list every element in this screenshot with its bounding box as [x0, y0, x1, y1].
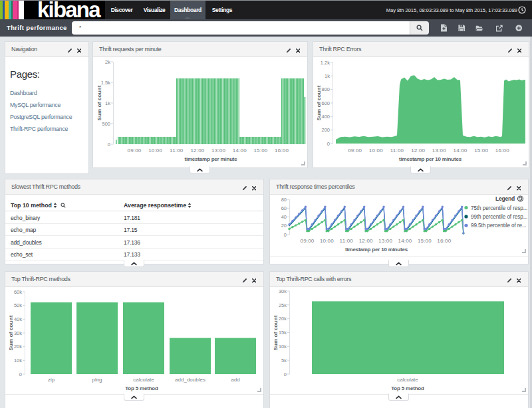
svg-text:0: 0 [284, 232, 287, 238]
svg-text:calculate: calculate [397, 377, 418, 383]
svg-text:20: 20 [281, 223, 287, 229]
svg-text:11:00: 11:00 [390, 148, 404, 153]
svg-text:09:00: 09:00 [348, 148, 362, 153]
svg-text:zip: zip [48, 377, 55, 383]
svg-text:10k: 10k [279, 344, 287, 350]
svg-text:Top 5 method: Top 5 method [125, 385, 158, 391]
svg-text:40k: 40k [14, 316, 22, 322]
svg-text:20k: 20k [279, 316, 287, 322]
svg-text:2k: 2k [105, 59, 110, 65]
svg-text:0: 0 [108, 142, 110, 148]
svg-text:10k: 10k [14, 357, 22, 363]
svg-text:ping: ping [92, 377, 102, 383]
svg-text:11:00: 11:00 [340, 238, 354, 244]
svg-text:calculate: calculate [133, 377, 154, 383]
svg-text:15:00: 15:00 [418, 238, 432, 244]
svg-text:timestamp per 10 minutes: timestamp per 10 minutes [345, 247, 408, 253]
svg-text:40: 40 [281, 214, 287, 220]
svg-text:timestamp per 10 minutes: timestamp per 10 minutes [399, 156, 462, 162]
svg-text:14:00: 14:00 [398, 238, 412, 244]
svg-text:Legend: Legend [495, 195, 515, 202]
svg-text:30k: 30k [279, 288, 287, 294]
svg-text:10:00: 10:00 [148, 148, 162, 153]
svg-text:800: 800 [321, 86, 330, 92]
svg-text:0: 0 [284, 371, 287, 377]
svg-text:timestamp per minute: timestamp per minute [184, 156, 237, 162]
svg-text:1.2k: 1.2k [321, 60, 330, 66]
svg-text:add_doubles: add_doubles [175, 377, 205, 383]
svg-text:11:00: 11:00 [170, 148, 184, 153]
svg-text:1k: 1k [325, 73, 330, 79]
svg-text:20k: 20k [14, 344, 22, 350]
svg-text:Sum of count: Sum of count [273, 315, 279, 350]
svg-text:60: 60 [281, 205, 287, 211]
svg-text:Sum of count: Sum of count [8, 315, 14, 350]
svg-text:15k: 15k [279, 330, 287, 336]
svg-text:13:00: 13:00 [378, 238, 392, 244]
svg-text:30k: 30k [14, 330, 22, 336]
svg-text:0: 0 [327, 141, 330, 147]
svg-text:1.5k: 1.5k [101, 80, 110, 86]
svg-text:09:00: 09:00 [300, 238, 314, 244]
svg-text:99.5th percentile of re...: 99.5th percentile of re... [471, 223, 526, 229]
svg-text:200: 200 [321, 127, 330, 133]
svg-text:Sum of count: Sum of count [96, 85, 102, 120]
svg-text:400: 400 [321, 114, 330, 120]
svg-text:add: add [231, 377, 239, 383]
svg-text:10:00: 10:00 [369, 148, 383, 153]
svg-text:Sum of count: Sum of count [316, 85, 322, 120]
svg-text:25k: 25k [279, 302, 287, 308]
svg-text:12:00: 12:00 [359, 238, 373, 244]
svg-text:600: 600 [321, 100, 330, 106]
svg-text:16:00: 16:00 [437, 238, 451, 244]
svg-text:75th percentile of resp...: 75th percentile of resp... [471, 205, 527, 211]
svg-text:5k: 5k [281, 357, 287, 363]
svg-text:15:00: 15:00 [474, 148, 488, 153]
svg-text:60k: 60k [14, 289, 22, 295]
svg-text:500: 500 [102, 121, 110, 127]
svg-text:50k: 50k [14, 302, 22, 308]
svg-text:0: 0 [19, 371, 22, 377]
svg-text:14:00: 14:00 [233, 148, 247, 153]
svg-text:16:00: 16:00 [275, 148, 289, 153]
svg-text:12:00: 12:00 [411, 148, 425, 153]
svg-text:13:00: 13:00 [211, 148, 225, 153]
svg-text:10:00: 10:00 [320, 238, 334, 244]
svg-text:80: 80 [281, 197, 287, 203]
svg-text:15:00: 15:00 [253, 148, 267, 153]
svg-text:16:00: 16:00 [495, 148, 509, 153]
svg-text:99th percentile of resp...: 99th percentile of resp... [471, 214, 527, 220]
svg-text:14:00: 14:00 [453, 148, 467, 153]
svg-text:Top 5 method: Top 5 method [391, 385, 424, 391]
svg-text:1k: 1k [105, 100, 110, 106]
svg-text:09:00: 09:00 [127, 148, 141, 153]
svg-text:13:00: 13:00 [432, 148, 446, 153]
svg-text:12:00: 12:00 [190, 148, 204, 153]
